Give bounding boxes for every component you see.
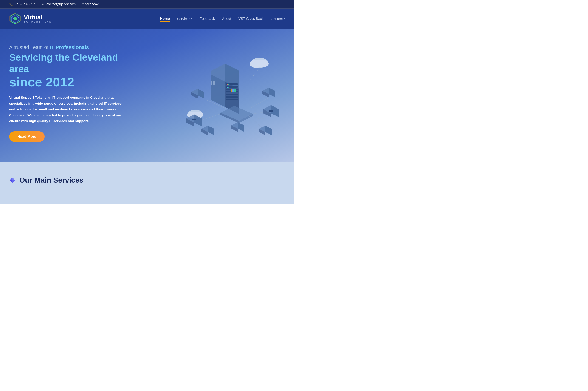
svg-rect-27 — [226, 99, 238, 100]
facebook-link[interactable]: f facebook — [82, 2, 99, 6]
services-header: Our Main Services — [9, 176, 285, 185]
svg-rect-22 — [226, 86, 238, 88]
svg-marker-73 — [265, 126, 272, 135]
hero-content: A trusted Team of IT Professionals Servi… — [9, 44, 133, 142]
svg-rect-32 — [231, 90, 232, 92]
nav-item-vst-gives-back[interactable]: VST Gives Back — [238, 16, 263, 21]
svg-line-43 — [214, 114, 230, 130]
svg-point-3 — [13, 17, 17, 20]
nav-link-contact[interactable]: Contact ▾ — [271, 17, 285, 21]
svg-rect-30 — [227, 87, 228, 88]
contact-dropdown[interactable]: Contact ▾ — [271, 17, 285, 21]
svg-point-77 — [258, 118, 259, 119]
svg-rect-33 — [232, 89, 234, 92]
nav-link-home[interactable]: Home — [160, 16, 170, 22]
hero-subtitle-bold: IT Professionals — [50, 44, 89, 50]
hero-illustration — [170, 47, 285, 139]
svg-rect-34 — [234, 89, 236, 92]
hero-subtitle: A trusted Team of IT Professionals — [9, 44, 133, 50]
svg-rect-81 — [213, 81, 214, 83]
logo-brand: Virtual — [24, 14, 52, 20]
nav-link-feedback[interactable]: Feedback — [199, 16, 215, 20]
facebook-icon: f — [82, 2, 84, 6]
logo-icon — [9, 13, 21, 25]
svg-line-6 — [11, 17, 13, 19]
nav-item-home[interactable]: Home — [160, 16, 170, 21]
hero-section: A trusted Team of IT Professionals Servi… — [0, 29, 294, 162]
svg-point-79 — [262, 118, 264, 119]
phone-icon: 📞 — [9, 2, 13, 6]
hero-title-year: since 2012 — [9, 75, 133, 89]
chevron-down-icon-2: ▾ — [284, 17, 285, 20]
services-section: Our Main Services — [0, 162, 294, 203]
navbar: Virtual SUPPORT TEKS Home Services ▾ Fee… — [0, 8, 294, 29]
svg-marker-86 — [10, 180, 12, 183]
svg-marker-69 — [208, 126, 214, 135]
svg-line-7 — [17, 17, 19, 19]
hero-title-line1: Servicing the Cleveland area — [9, 52, 133, 75]
nav-item-services[interactable]: Services ▾ — [177, 17, 193, 21]
email-link[interactable]: ✉ contact@getvst.com — [42, 2, 75, 6]
chevron-down-icon: ▾ — [191, 17, 192, 20]
svg-rect-31 — [228, 87, 229, 88]
logo[interactable]: Virtual SUPPORT TEKS — [9, 13, 52, 25]
svg-rect-82 — [211, 83, 212, 85]
services-divider — [9, 189, 285, 189]
facebook-label: facebook — [85, 2, 99, 6]
svg-rect-26 — [226, 96, 238, 98]
svg-rect-29 — [228, 84, 229, 85]
services-title: Our Main Services — [19, 176, 83, 185]
svg-rect-21 — [226, 84, 238, 85]
svg-rect-83 — [213, 83, 214, 85]
nav-link-about[interactable]: About — [222, 16, 231, 20]
svg-rect-58 — [192, 120, 196, 121]
nav-item-feedback[interactable]: Feedback — [199, 16, 215, 21]
svg-marker-85 — [12, 178, 15, 180]
phone-link[interactable]: 📞 440-678-8357 — [9, 2, 35, 6]
email-icon: ✉ — [42, 2, 45, 6]
topbar: 📞 440-678-8357 ✉ contact@getvst.com f fa… — [0, 0, 294, 8]
svg-rect-80 — [211, 81, 212, 83]
nav-item-about[interactable]: About — [222, 16, 231, 21]
phone-number: 440-678-8357 — [15, 2, 35, 6]
svg-rect-28 — [227, 84, 228, 85]
nav-menu: Home Services ▾ Feedback About VST Gives… — [160, 16, 285, 21]
server-svg — [170, 47, 285, 139]
svg-rect-57 — [192, 119, 196, 120]
nav-item-contact[interactable]: Contact ▾ — [271, 17, 285, 21]
svg-rect-67 — [269, 110, 273, 111]
logo-tagline: SUPPORT TEKS — [24, 20, 52, 23]
nav-link-vst-gives-back[interactable]: VST Gives Back — [238, 16, 263, 20]
hero-description: Virtual Support Teks is an IT support co… — [9, 95, 124, 124]
read-more-button[interactable]: Read More — [9, 131, 45, 142]
logo-text: Virtual SUPPORT TEKS — [24, 14, 52, 23]
nav-link-services[interactable]: Services ▾ — [177, 17, 193, 21]
svg-line-12 — [250, 68, 260, 79]
email-address: contact@getvst.com — [46, 2, 75, 6]
svg-marker-49 — [269, 88, 275, 97]
svg-point-78 — [260, 118, 261, 119]
svg-marker-59 — [238, 122, 244, 132]
svg-rect-68 — [269, 111, 273, 112]
svg-line-42 — [250, 98, 269, 108]
diamond-icon — [9, 177, 16, 184]
svg-marker-63 — [271, 105, 279, 117]
svg-rect-25 — [226, 94, 238, 96]
hero-subtitle-plain: A trusted Team of — [9, 44, 50, 50]
svg-marker-45 — [197, 89, 204, 98]
svg-rect-11 — [255, 64, 266, 67]
services-dropdown[interactable]: Services ▾ — [177, 17, 193, 21]
